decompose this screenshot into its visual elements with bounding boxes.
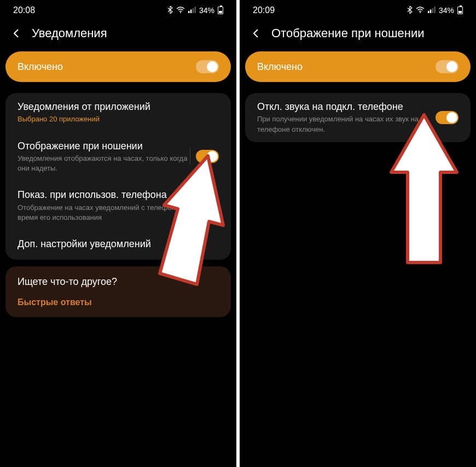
svg-rect-1 — [188, 11, 190, 13]
looking-for-title: Ищете что-то другое? — [18, 276, 219, 288]
wifi-icon — [416, 6, 425, 15]
svg-rect-6 — [428, 11, 429, 13]
toggle-wrap — [190, 148, 219, 165]
bluetooth-icon — [407, 6, 413, 15]
setting-subtitle: Отображение на часах уведомлений с телеф… — [18, 203, 190, 223]
battery-percent: 34% — [439, 6, 454, 15]
master-toggle-bar[interactable]: Включено — [5, 51, 231, 82]
setting-app-notifications[interactable]: Уведомления от приложений Выбрано 20 при… — [5, 93, 231, 132]
bluetooth-icon — [167, 6, 173, 15]
svg-rect-9 — [434, 7, 436, 13]
battery-icon — [457, 7, 463, 14]
svg-point-5 — [420, 12, 421, 13]
signal-icon — [428, 6, 436, 15]
setting-title: Уведомления от приложений — [18, 101, 219, 113]
status-bar: 20:09 34% — [240, 0, 476, 19]
status-bar: 20:08 34% — [0, 0, 236, 19]
page-header: Уведомления — [0, 19, 236, 51]
toggle-wrap — [436, 111, 458, 124]
content-area: Включено Уведомления от приложений Выбра… — [0, 51, 236, 317]
setting-title: Показ. при использов. телефона — [18, 189, 190, 201]
battery-icon — [218, 7, 223, 14]
toggle-knob — [207, 200, 218, 211]
svg-rect-8 — [432, 8, 434, 13]
svg-rect-3 — [193, 8, 194, 13]
phone-right: 20:09 34% Отображение при ношении Включе… — [240, 0, 476, 467]
setting-toggle[interactable] — [196, 150, 219, 163]
svg-rect-7 — [430, 10, 432, 14]
page-title: Отображение при ношении — [271, 26, 425, 40]
battery-percent: 34% — [199, 6, 214, 15]
master-toggle-label: Включено — [18, 61, 63, 73]
setting-show-while-using-phone[interactable]: Показ. при использов. телефона Отображен… — [5, 181, 231, 230]
setting-subtitle: Уведомления отображаются на часах, тольк… — [18, 154, 190, 173]
setting-text: Отображение при ношении Уведомления отоб… — [18, 140, 190, 174]
status-time: 20:08 — [13, 5, 35, 15]
wifi-icon — [176, 6, 185, 15]
toggle-knob — [207, 61, 218, 72]
toggle-knob — [207, 151, 218, 162]
back-button[interactable] — [10, 27, 23, 40]
status-icons: 34% — [167, 6, 223, 15]
toggle-knob — [446, 112, 457, 123]
setting-title: Откл. звука на подкл. телефоне — [257, 101, 436, 113]
toggle-knob — [446, 61, 457, 72]
svg-point-0 — [180, 12, 181, 13]
toggle-divider — [190, 148, 190, 165]
master-toggle[interactable] — [436, 60, 458, 73]
setting-show-while-wearing[interactable]: Отображение при ношении Уведомления отоб… — [5, 132, 231, 182]
setting-text: Откл. звука на подкл. телефоне При получ… — [257, 101, 436, 135]
quick-replies-link[interactable]: Быстрые ответы — [18, 297, 219, 307]
setting-advanced-notifications[interactable]: Доп. настройки уведомлений — [5, 230, 231, 259]
setting-mute-phone[interactable]: Откл. звука на подкл. телефоне При получ… — [245, 93, 471, 142]
setting-text: Доп. настройки уведомлений — [18, 238, 219, 252]
setting-toggle[interactable] — [436, 111, 458, 124]
page-title: Уведомления — [32, 26, 107, 40]
status-time: 20:09 — [253, 5, 275, 15]
looking-for-card: Ищете что-то другое? Быстрые ответы — [5, 266, 231, 317]
settings-card: Уведомления от приложений Выбрано 20 при… — [5, 93, 231, 260]
svg-rect-2 — [190, 10, 192, 14]
master-toggle-bar[interactable]: Включено — [245, 51, 471, 82]
back-button[interactable] — [249, 27, 263, 40]
setting-title: Отображение при ношении — [18, 140, 190, 153]
setting-text: Уведомления от приложений Выбрано 20 при… — [18, 101, 219, 125]
content-area: Включено Откл. звука на подкл. телефоне … — [240, 51, 476, 142]
svg-rect-4 — [194, 7, 196, 13]
setting-text: Показ. при использов. телефона Отображен… — [18, 189, 190, 223]
master-toggle-label: Включено — [257, 61, 303, 73]
page-header: Отображение при ношении — [240, 19, 476, 51]
toggle-wrap — [190, 197, 219, 214]
master-toggle[interactable] — [196, 60, 219, 73]
toggle-divider — [190, 197, 190, 214]
status-icons: 34% — [407, 6, 463, 15]
setting-title: Доп. настройки уведомлений — [18, 238, 219, 250]
phone-left: 20:08 34% Уведомления Включено — [0, 0, 236, 467]
signal-icon — [188, 6, 196, 15]
settings-card: Откл. звука на подкл. телефоне При получ… — [245, 93, 471, 142]
setting-toggle[interactable] — [196, 199, 219, 212]
setting-subtitle: Выбрано 20 приложений — [18, 114, 219, 124]
setting-subtitle: При получении уведомлений на часах их зв… — [257, 114, 436, 134]
